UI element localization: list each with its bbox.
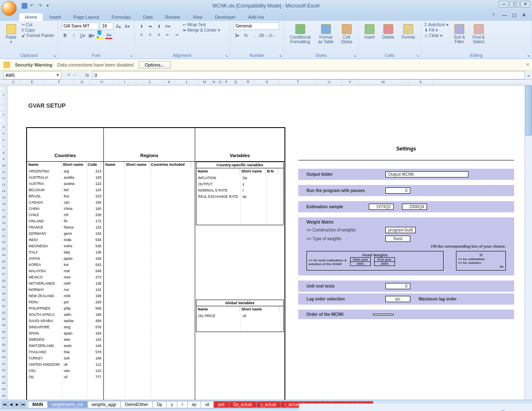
table-row[interactable]: USAusa110 — [28, 368, 103, 373]
table-row[interactable]: NEW ZEALANDnzld196 — [28, 293, 103, 298]
align-left-icon[interactable]: ≡ — [138, 31, 145, 38]
table-row[interactable]: FINLANDfin172 — [28, 218, 103, 224]
table-row[interactable]: KOREAkor542 — [28, 262, 103, 267]
redo-icon[interactable]: ↷ — [38, 3, 44, 9]
fx-icon[interactable]: fx — [82, 73, 93, 78]
global-variables-table[interactable]: OIL PRICEoil — [196, 312, 282, 332]
sheet-tab-dp_actual[interactable]: Dp_actual — [229, 401, 257, 408]
countries-table[interactable]: ARGENTINAarg213AUSTRALIAaustlia193AUSTRI… — [27, 167, 103, 400]
sheet-tab-oil[interactable]: oil — [201, 401, 214, 408]
table-row[interactable]: NETHERLANDSneth138 — [28, 281, 103, 286]
qat-menu-icon[interactable]: ▾ — [47, 3, 52, 9]
align-right-icon[interactable]: ≡ — [155, 31, 163, 38]
table-row[interactable]: OUTPUTy — [197, 181, 281, 187]
table-row[interactable]: NOMINAL S RATEr — [197, 187, 281, 193]
copy-button[interactable]: ⎘Copy — [22, 28, 54, 32]
grow-font-icon[interactable]: A▴ — [115, 22, 122, 30]
align-top-icon[interactable]: ⬆ — [138, 22, 145, 30]
tab-insert[interactable]: Insert — [44, 13, 67, 21]
format-as-table-button[interactable]: Format as Table — [316, 22, 336, 46]
fill-button[interactable]: ⬇Fill▾ — [424, 28, 449, 32]
align-middle-icon[interactable]: ⬌ — [147, 22, 154, 30]
format-button[interactable]: Format — [399, 22, 417, 41]
align-bottom-icon[interactable]: ⬇ — [155, 22, 163, 30]
expand-formula-icon[interactable]: ⌄ — [525, 72, 532, 78]
pauses-field[interactable]: 0 — [385, 187, 410, 194]
insert-button[interactable]: Insert — [362, 22, 377, 41]
first-sheet-icon[interactable]: ⏮ — [2, 401, 7, 407]
font-size-select[interactable]: 16 — [100, 22, 113, 30]
table-row[interactable]: ITALYitaly136 — [28, 249, 103, 255]
horizontal-scrollbar[interactable] — [299, 404, 532, 411]
decrease-indent-icon[interactable]: ⇤ — [164, 31, 172, 38]
table-row[interactable]: PERUper293 — [28, 299, 103, 305]
table-row[interactable]: AUSTRALIAaustlia193 — [28, 175, 103, 180]
italic-button[interactable]: I — [70, 32, 78, 39]
fill-color-button[interactable]: 🪣▾ — [96, 32, 104, 39]
help-icon[interactable]: ? — [492, 12, 499, 19]
table-row[interactable]: SINGAPOREsing576 — [28, 324, 103, 330]
cancel-formula-icon[interactable]: ✕ — [67, 72, 71, 78]
number-format-select[interactable]: General — [233, 22, 279, 30]
start-year-field[interactable]: 2001 — [351, 262, 370, 266]
close-button[interactable]: ✕ — [520, 1, 530, 7]
column-headers[interactable]: CEFGHIJKLMNOPQRSTUVWX — [0, 80, 532, 86]
table-row[interactable]: PHILIPPINESphlp566 — [28, 305, 103, 311]
align-center-icon[interactable]: ≡ — [147, 31, 154, 38]
security-options-button[interactable]: Options... — [139, 61, 171, 69]
table-row[interactable]: FRANCEfrance132 — [28, 224, 103, 230]
borders-button[interactable]: ▦▾ — [88, 32, 95, 39]
maximize-button[interactable]: ▢ — [510, 1, 520, 7]
percent-icon[interactable]: % — [242, 32, 250, 39]
table-row[interactable]: UNITED KINGDOMuk112 — [28, 362, 103, 367]
font-color-button[interactable]: A▾ — [105, 32, 113, 39]
table-row[interactable]: INFLATIONDp — [197, 175, 281, 180]
table-row[interactable]: GERMANYgerm134 — [28, 231, 103, 236]
delete-button[interactable]: Delete — [380, 22, 397, 41]
comma-icon[interactable]: , — [251, 32, 258, 39]
underline-button[interactable]: U▾ — [79, 32, 86, 39]
currency-icon[interactable]: $▾ — [233, 32, 241, 39]
table-row[interactable]: SPAINspain184 — [28, 330, 103, 336]
construction-field[interactable]: program-built — [385, 227, 416, 233]
security-close-icon[interactable]: ✕ — [526, 62, 530, 67]
unit-root-field[interactable]: 0 — [385, 283, 410, 289]
confirm-formula-icon[interactable]: ✓ — [73, 72, 77, 78]
tab-addins[interactable]: Add-Ins — [243, 13, 270, 21]
table-row[interactable]: ARGENTINAarg213 — [28, 168, 103, 174]
minimize-button[interactable]: — — [499, 1, 509, 7]
paste-button[interactable]: Paste ▾ — [3, 22, 19, 45]
table-row[interactable]: AUSTRIAaustria122 — [28, 181, 103, 186]
format-painter-button[interactable]: 🖌Format Painter — [22, 33, 54, 38]
sheet-tab-poil[interactable]: poil — [213, 401, 229, 408]
tab-data[interactable]: Data — [137, 13, 158, 21]
find-select-button[interactable]: Find & Select — [470, 22, 487, 46]
table-row[interactable]: CHILEchl228 — [28, 212, 103, 217]
sheet-tab-y[interactable]: y — [166, 401, 177, 408]
sheet-tab-y_actual[interactable]: y_actual — [256, 401, 281, 408]
lag-order-field[interactable]: aic — [385, 296, 410, 302]
tab-developer[interactable]: Developer — [209, 13, 241, 21]
increase-decimal-icon[interactable]: .00→ — [260, 32, 267, 39]
orientation-icon[interactable]: ⟳▾ — [164, 22, 172, 30]
tab-home[interactable]: Home — [19, 13, 43, 21]
table-row[interactable]: BRAZILbra223 — [28, 193, 103, 199]
font-family-select[interactable]: Gill Sans MT — [61, 22, 99, 30]
table-row[interactable]: SOUTH AFRICAsafrc199 — [28, 312, 103, 317]
table-row[interactable]: CHINAchina160 — [28, 206, 103, 211]
order-mcnk-field[interactable] — [373, 314, 394, 315]
cut-button[interactable]: ✂Cut — [22, 22, 54, 27]
scrollbar-thumb[interactable] — [525, 86, 532, 135]
cell-styles-button[interactable]: Cell Styles — [338, 22, 355, 46]
sheet-tab-ep[interactable]: ep — [187, 401, 201, 408]
est-end-field[interactable]: 2006Q4 — [402, 204, 427, 210]
undo-icon[interactable]: ↶ — [30, 3, 36, 9]
last-sheet-icon[interactable]: ⏭ — [20, 401, 26, 407]
cs-variables-table[interactable]: INFLATIONDpOUTPUTyNOMINAL S RATErREAL EX… — [196, 174, 282, 225]
shrink-font-icon[interactable]: A▾ — [123, 22, 131, 30]
tab-view[interactable]: View — [187, 13, 208, 21]
table-row[interactable]: JAPANjapan158 — [28, 256, 103, 261]
table-row[interactable]: OIL PRICEoil — [197, 313, 281, 318]
office-button[interactable] — [2, 1, 17, 16]
sheet-tab-weightmatrix_est[interactable]: weightmatrix_est — [47, 401, 88, 408]
